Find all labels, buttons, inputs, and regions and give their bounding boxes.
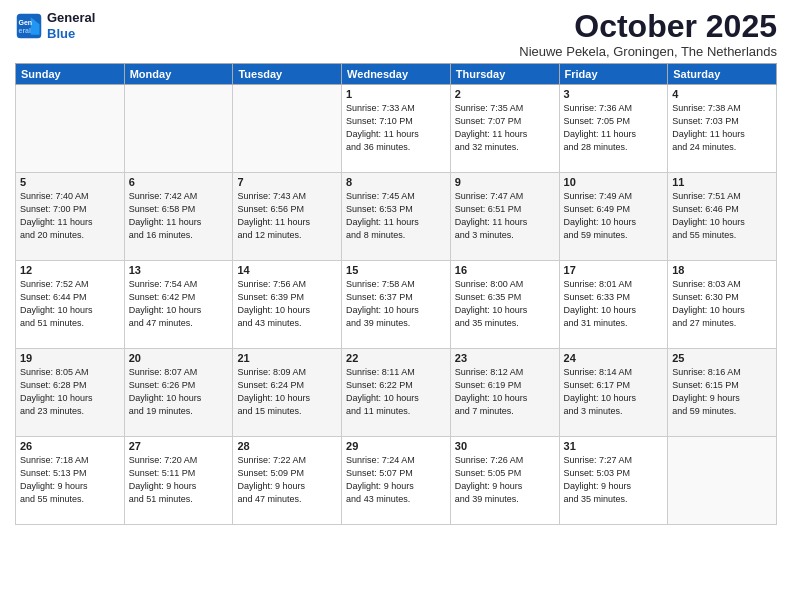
day-number: 23: [455, 352, 555, 364]
table-row: [124, 85, 233, 173]
day-number: 27: [129, 440, 229, 452]
table-row: 14Sunrise: 7:56 AM Sunset: 6:39 PM Dayli…: [233, 261, 342, 349]
day-info: Sunrise: 7:42 AM Sunset: 6:58 PM Dayligh…: [129, 190, 229, 242]
table-row: 25Sunrise: 8:16 AM Sunset: 6:15 PM Dayli…: [668, 349, 777, 437]
day-number: 28: [237, 440, 337, 452]
header-monday: Monday: [124, 64, 233, 85]
day-number: 6: [129, 176, 229, 188]
day-number: 31: [564, 440, 664, 452]
day-info: Sunrise: 7:22 AM Sunset: 5:09 PM Dayligh…: [237, 454, 337, 506]
table-row: 20Sunrise: 8:07 AM Sunset: 6:26 PM Dayli…: [124, 349, 233, 437]
day-info: Sunrise: 8:09 AM Sunset: 6:24 PM Dayligh…: [237, 366, 337, 418]
table-row: 2Sunrise: 7:35 AM Sunset: 7:07 PM Daylig…: [450, 85, 559, 173]
table-row: 3Sunrise: 7:36 AM Sunset: 7:05 PM Daylig…: [559, 85, 668, 173]
location-subtitle: Nieuwe Pekela, Groningen, The Netherland…: [519, 44, 777, 59]
svg-text:eral: eral: [19, 27, 32, 34]
day-number: 7: [237, 176, 337, 188]
table-row: 4Sunrise: 7:38 AM Sunset: 7:03 PM Daylig…: [668, 85, 777, 173]
day-info: Sunrise: 7:56 AM Sunset: 6:39 PM Dayligh…: [237, 278, 337, 330]
logo-icon: Gen eral: [15, 12, 43, 40]
table-row: 12Sunrise: 7:52 AM Sunset: 6:44 PM Dayli…: [16, 261, 125, 349]
table-row: 10Sunrise: 7:49 AM Sunset: 6:49 PM Dayli…: [559, 173, 668, 261]
day-number: 16: [455, 264, 555, 276]
logo-text-block: General Blue: [47, 10, 95, 41]
page: Gen eral General Blue October 2025 Nieuw…: [0, 0, 792, 612]
table-row: 31Sunrise: 7:27 AM Sunset: 5:03 PM Dayli…: [559, 437, 668, 525]
header: Gen eral General Blue October 2025 Nieuw…: [15, 10, 777, 59]
day-info: Sunrise: 7:54 AM Sunset: 6:42 PM Dayligh…: [129, 278, 229, 330]
day-number: 9: [455, 176, 555, 188]
day-number: 5: [20, 176, 120, 188]
day-info: Sunrise: 8:14 AM Sunset: 6:17 PM Dayligh…: [564, 366, 664, 418]
day-number: 2: [455, 88, 555, 100]
day-number: 1: [346, 88, 446, 100]
day-info: Sunrise: 7:36 AM Sunset: 7:05 PM Dayligh…: [564, 102, 664, 154]
day-info: Sunrise: 7:40 AM Sunset: 7:00 PM Dayligh…: [20, 190, 120, 242]
table-row: 9Sunrise: 7:47 AM Sunset: 6:51 PM Daylig…: [450, 173, 559, 261]
day-number: 26: [20, 440, 120, 452]
table-row: 24Sunrise: 8:14 AM Sunset: 6:17 PM Dayli…: [559, 349, 668, 437]
day-number: 22: [346, 352, 446, 364]
day-info: Sunrise: 7:18 AM Sunset: 5:13 PM Dayligh…: [20, 454, 120, 506]
table-row: 6Sunrise: 7:42 AM Sunset: 6:58 PM Daylig…: [124, 173, 233, 261]
day-info: Sunrise: 7:51 AM Sunset: 6:46 PM Dayligh…: [672, 190, 772, 242]
svg-text:Gen: Gen: [19, 19, 33, 26]
day-info: Sunrise: 7:27 AM Sunset: 5:03 PM Dayligh…: [564, 454, 664, 506]
logo: Gen eral General Blue: [15, 10, 95, 41]
table-row: 7Sunrise: 7:43 AM Sunset: 6:56 PM Daylig…: [233, 173, 342, 261]
day-info: Sunrise: 7:20 AM Sunset: 5:11 PM Dayligh…: [129, 454, 229, 506]
table-row: 16Sunrise: 8:00 AM Sunset: 6:35 PM Dayli…: [450, 261, 559, 349]
day-number: 24: [564, 352, 664, 364]
header-tuesday: Tuesday: [233, 64, 342, 85]
day-number: 15: [346, 264, 446, 276]
table-row: 28Sunrise: 7:22 AM Sunset: 5:09 PM Dayli…: [233, 437, 342, 525]
day-info: Sunrise: 8:16 AM Sunset: 6:15 PM Dayligh…: [672, 366, 772, 418]
day-info: Sunrise: 8:05 AM Sunset: 6:28 PM Dayligh…: [20, 366, 120, 418]
day-number: 20: [129, 352, 229, 364]
day-info: Sunrise: 8:00 AM Sunset: 6:35 PM Dayligh…: [455, 278, 555, 330]
table-row: [233, 85, 342, 173]
header-thursday: Thursday: [450, 64, 559, 85]
title-block: October 2025 Nieuwe Pekela, Groningen, T…: [519, 10, 777, 59]
day-number: 10: [564, 176, 664, 188]
day-number: 30: [455, 440, 555, 452]
calendar-week-row: 19Sunrise: 8:05 AM Sunset: 6:28 PM Dayli…: [16, 349, 777, 437]
day-number: 14: [237, 264, 337, 276]
day-info: Sunrise: 7:58 AM Sunset: 6:37 PM Dayligh…: [346, 278, 446, 330]
calendar: Sunday Monday Tuesday Wednesday Thursday…: [15, 63, 777, 525]
table-row: 23Sunrise: 8:12 AM Sunset: 6:19 PM Dayli…: [450, 349, 559, 437]
day-info: Sunrise: 7:35 AM Sunset: 7:07 PM Dayligh…: [455, 102, 555, 154]
day-number: 19: [20, 352, 120, 364]
day-info: Sunrise: 7:24 AM Sunset: 5:07 PM Dayligh…: [346, 454, 446, 506]
day-number: 11: [672, 176, 772, 188]
calendar-week-row: 26Sunrise: 7:18 AM Sunset: 5:13 PM Dayli…: [16, 437, 777, 525]
table-row: 27Sunrise: 7:20 AM Sunset: 5:11 PM Dayli…: [124, 437, 233, 525]
day-info: Sunrise: 7:45 AM Sunset: 6:53 PM Dayligh…: [346, 190, 446, 242]
table-row: 29Sunrise: 7:24 AM Sunset: 5:07 PM Dayli…: [342, 437, 451, 525]
header-saturday: Saturday: [668, 64, 777, 85]
table-row: 17Sunrise: 8:01 AM Sunset: 6:33 PM Dayli…: [559, 261, 668, 349]
logo-line1: General: [47, 10, 95, 26]
day-number: 12: [20, 264, 120, 276]
header-sunday: Sunday: [16, 64, 125, 85]
day-info: Sunrise: 8:07 AM Sunset: 6:26 PM Dayligh…: [129, 366, 229, 418]
table-row: 13Sunrise: 7:54 AM Sunset: 6:42 PM Dayli…: [124, 261, 233, 349]
table-row: 15Sunrise: 7:58 AM Sunset: 6:37 PM Dayli…: [342, 261, 451, 349]
table-row: [16, 85, 125, 173]
day-info: Sunrise: 8:01 AM Sunset: 6:33 PM Dayligh…: [564, 278, 664, 330]
table-row: 18Sunrise: 8:03 AM Sunset: 6:30 PM Dayli…: [668, 261, 777, 349]
calendar-header-row: Sunday Monday Tuesday Wednesday Thursday…: [16, 64, 777, 85]
table-row: 11Sunrise: 7:51 AM Sunset: 6:46 PM Dayli…: [668, 173, 777, 261]
table-row: 22Sunrise: 8:11 AM Sunset: 6:22 PM Dayli…: [342, 349, 451, 437]
day-number: 13: [129, 264, 229, 276]
day-number: 21: [237, 352, 337, 364]
day-info: Sunrise: 8:12 AM Sunset: 6:19 PM Dayligh…: [455, 366, 555, 418]
day-info: Sunrise: 8:11 AM Sunset: 6:22 PM Dayligh…: [346, 366, 446, 418]
table-row: 19Sunrise: 8:05 AM Sunset: 6:28 PM Dayli…: [16, 349, 125, 437]
table-row: 1Sunrise: 7:33 AM Sunset: 7:10 PM Daylig…: [342, 85, 451, 173]
calendar-week-row: 1Sunrise: 7:33 AM Sunset: 7:10 PM Daylig…: [16, 85, 777, 173]
header-friday: Friday: [559, 64, 668, 85]
day-number: 18: [672, 264, 772, 276]
table-row: 8Sunrise: 7:45 AM Sunset: 6:53 PM Daylig…: [342, 173, 451, 261]
day-info: Sunrise: 7:43 AM Sunset: 6:56 PM Dayligh…: [237, 190, 337, 242]
